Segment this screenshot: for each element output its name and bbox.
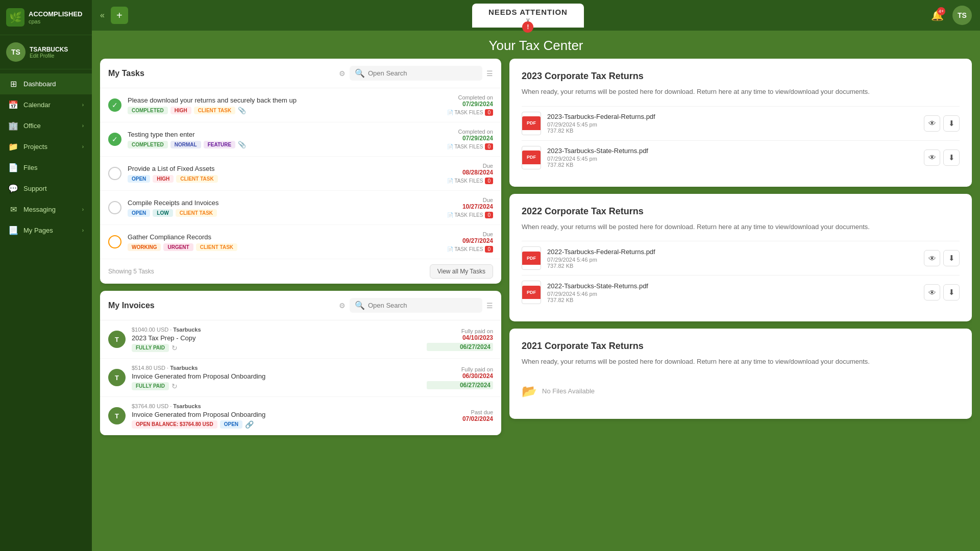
view-file-button[interactable]: 👁 [924,115,940,132]
download-file-button[interactable]: ⬇ [943,149,960,166]
user-avatar-top[interactable]: TS [952,6,972,25]
sidebar-item-calendar[interactable]: 📅 Calendar › [0,94,92,115]
list-item: T $1040.00 USD · Tsarbucks 2023 Tax Prep… [100,320,501,359]
sidebar-item-office[interactable]: 🏢 Office › [0,115,92,136]
app-sub: cpas [29,18,82,24]
task-files: 📄 TASK FILES 0 [432,143,493,150]
projects-icon: 📁 [8,142,18,152]
options-icon[interactable]: ☰ [486,69,493,78]
invoice-info: $514.80 USD · Tsarbucks Invoice Generate… [132,365,421,390]
task-checkbox[interactable] [108,235,121,248]
task-checkbox[interactable] [108,201,121,214]
invoice-extra-date: 06/27/2024 [427,381,493,389]
notification-badge: 4+ [937,7,945,15]
tag-working: WORKING [128,243,161,251]
task-name: Compile Receipts and Invoices [128,199,426,207]
tag-open-balance: OPEN BALANCE: $3764.80 USD [132,420,217,429]
sidebar-item-dashboard[interactable]: ⊞ Dashboard [0,73,92,94]
chevron-right-icon: › [82,228,84,233]
task-info: Testing type then enter COMPLETED NORMAL… [128,131,426,148]
sidebar-item-support[interactable]: 💬 Support [0,178,92,199]
invoice-amount: $1040.00 USD · Tsarbucks [132,327,421,333]
task-files-label: 📄 TASK FILES [447,144,483,149]
task-tags: OPEN LOW CLIENT TASK [128,209,426,217]
invoice-search-box[interactable]: 🔍 [350,298,482,313]
needs-attention-banner[interactable]: NEEDS ATTENTION ∨ ! [472,4,584,28]
view-file-button[interactable]: 👁 [924,149,940,166]
pdf-file-info: 2023-Tsarbucks-State-Returns.pdf 07/29/2… [547,147,918,168]
task-checkbox[interactable]: ✓ [108,98,121,112]
avatar: T [108,369,126,386]
task-search-box[interactable]: 🔍 [350,66,482,81]
tag-urgent: URGENT [163,243,193,251]
tag-client-task: CLIENT TASK [176,209,217,217]
tax-returns-2022: 2022 Corporate Tax Returns When ready, y… [509,194,972,322]
task-search-input[interactable] [368,69,477,77]
link-icon: 🔗 [245,420,254,429]
invoice-dates: 04/10/2023 06/27/2024 [427,334,493,351]
invoice-amount: $514.80 USD · Tsarbucks [132,365,421,371]
filter-icon[interactable]: ⚙ [339,69,346,78]
sidebar-profile[interactable]: TS TSARBUCKS Edit Profile [0,35,92,69]
download-file-button[interactable]: ⬇ [943,115,960,132]
invoice-tags: FULLY PAID ↻ [132,382,421,390]
pdf-file-date: 07/29/2024 5:45 pm [547,156,918,162]
invoice-tags: FULLY PAID ↻ [132,344,421,352]
task-checkbox[interactable] [108,167,121,180]
pdf-label: PDF [522,116,541,130]
content-body: My Tasks ⚙ 🔍 ☰ ✓ Please download your re… [92,59,980,551]
invoice-name: 2023 Tax Prep - Copy [132,334,421,342]
refresh-icon: ↻ [172,382,178,390]
files-icon: 📄 [8,163,18,172]
needs-attention-dot: ! [522,21,533,33]
invoice-paid-date: 06/30/2024 [427,372,493,380]
view-file-button[interactable]: 👁 [924,250,940,266]
invoice-search-input[interactable] [368,302,477,309]
my-invoices-header: My Invoices ⚙ 🔍 ☰ [100,291,501,320]
tag-high: HIGH [153,175,174,183]
table-row: Provide a List of Fixed Assets OPEN HIGH… [100,157,501,191]
task-tags: COMPLETED NORMAL FEATURE 📎 [128,141,426,148]
pdf-label: PDF [522,252,541,265]
task-tags: OPEN HIGH CLIENT TASK [128,175,426,183]
section-title: 2021 Corporate Tax Returns [522,341,960,352]
tag-normal: NORMAL [170,141,201,148]
invoice-name: Invoice Generated from Proposal Onboardi… [132,411,421,418]
options-icon[interactable]: ☰ [486,302,493,310]
table-row: Gather Compliance Records WORKING URGENT… [100,225,501,259]
filter-icon[interactable]: ⚙ [339,302,346,310]
task-meta: Completed on 07/29/2024 📄 TASK FILES 0 [432,94,493,116]
download-file-button[interactable]: ⬇ [943,284,960,300]
my-tasks-card: My Tasks ⚙ 🔍 ☰ ✓ Please download your re… [100,59,501,284]
edit-profile-link[interactable]: Edit Profile [30,53,68,59]
sidebar-item-label: Support [23,185,47,192]
sidebar-item-projects[interactable]: 📁 Projects › [0,136,92,157]
task-name: Gather Compliance Records [128,233,426,241]
collapse-sidebar-button[interactable]: « [100,11,105,20]
page-title: Your Tax Center [92,31,980,59]
task-info: Compile Receipts and Invoices OPEN LOW C… [128,199,426,217]
view-file-button[interactable]: 👁 [924,284,940,300]
task-files-count: 0 [485,178,493,184]
notifications-button[interactable]: 🔔 4+ [928,6,946,24]
sidebar-item-label: Projects [23,143,47,151]
pdf-file-row: PDF 2022-Tsarbucks-State-Returns.pdf 07/… [522,275,960,309]
sidebar-item-mypages[interactable]: 📃 My Pages › [0,220,92,241]
invoice-dates: 06/30/2024 06/27/2024 [427,372,493,389]
sidebar-item-messaging[interactable]: ✉ Messaging › [0,199,92,220]
add-button[interactable]: + [111,7,128,24]
main-container: « + NEEDS ATTENTION ∨ ! 🔔 4+ TS Your Tax… [92,0,980,551]
section-desc: When ready, your returns will be posted … [522,222,960,232]
sidebar-nav: ⊞ Dashboard 📅 Calendar › 🏢 Office › 📁 Pr… [0,69,92,551]
task-checkbox[interactable]: ✓ [108,133,121,146]
tag-low: LOW [153,209,173,217]
pdf-file-info: 2023-Tsarbucks-Federal-Returns.pdf 07/29… [547,113,918,134]
left-panel: My Tasks ⚙ 🔍 ☰ ✓ Please download your re… [100,59,508,543]
task-tags: WORKING URGENT CLIENT TASK [128,243,426,251]
sidebar-item-files[interactable]: 📄 Files [0,157,92,178]
task-files: 📄 TASK FILES 0 [432,246,493,253]
view-all-tasks-button[interactable]: View all My Tasks [430,264,493,279]
my-tasks-header: My Tasks ⚙ 🔍 ☰ [100,59,501,88]
task-info: Please download your returns and securel… [128,96,426,114]
download-file-button[interactable]: ⬇ [943,250,960,266]
